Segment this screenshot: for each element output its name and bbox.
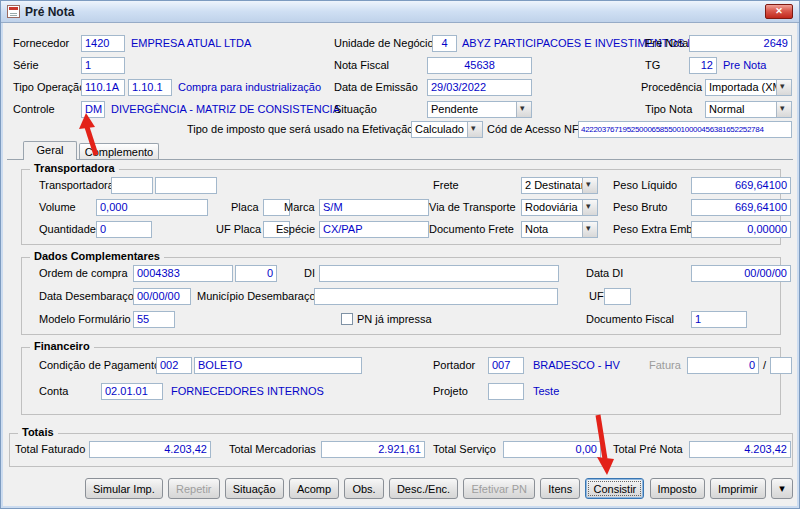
window-title: Pré Nota bbox=[25, 5, 74, 19]
marca-field[interactable]: S/M bbox=[319, 199, 429, 216]
cod-acesso-nfe-field[interactable]: 4222037671952500065855001000045638165225… bbox=[578, 121, 792, 138]
desc-enc-button[interactable]: Desc./Enc. bbox=[389, 478, 458, 499]
projeto-name-text: Teste bbox=[533, 385, 559, 397]
di-label: DI bbox=[304, 267, 315, 279]
documento-frete-combo[interactable]: Nota bbox=[521, 221, 598, 238]
projeto-label: Projeto bbox=[433, 385, 468, 397]
conta-label: Conta bbox=[39, 385, 68, 397]
via-transporte-combo[interactable]: Rodoviária bbox=[521, 199, 598, 216]
peso-bruto-field[interactable]: 669,64100 bbox=[691, 199, 791, 216]
ordem-compra-seq-field[interactable]: 0 bbox=[235, 265, 277, 282]
obs-button[interactable]: Obs. bbox=[344, 478, 383, 499]
situacao-label: Situação bbox=[334, 103, 377, 115]
modelo-formulario-field[interactable]: 55 bbox=[133, 311, 175, 328]
peso-bruto-label: Peso Bruto bbox=[613, 201, 667, 213]
total-pre-nota-field[interactable]: 4.203,42 bbox=[689, 441, 791, 458]
serie-label: Série bbox=[13, 59, 39, 71]
especie-field[interactable]: CX/PAP bbox=[319, 221, 429, 238]
tg-name-text: Pre Nota bbox=[723, 59, 766, 71]
window-icon bbox=[7, 5, 20, 18]
total-faturado-label: Total Faturado bbox=[15, 443, 85, 455]
data-desembaraco-field[interactable]: 00/00/00 bbox=[133, 288, 191, 305]
volume-field[interactable]: 0,000 bbox=[96, 199, 208, 216]
tipo-imposto-combo[interactable]: Calculado bbox=[411, 121, 483, 138]
fatura-field[interactable]: 0 bbox=[687, 357, 759, 374]
documento-frete-label: Documento Frete bbox=[429, 223, 514, 235]
especie-label: Espécie bbox=[276, 223, 315, 235]
data-desembaraco-label: Data Desembaraço bbox=[39, 290, 134, 302]
simular-imp-button[interactable]: Simular Imp. bbox=[85, 478, 163, 499]
quantidade-field[interactable]: 0 bbox=[96, 221, 152, 238]
portador-code-field[interactable]: 007 bbox=[488, 357, 524, 374]
di-field[interactable] bbox=[319, 265, 559, 282]
total-servico-label: Total Serviço bbox=[433, 443, 496, 455]
totais-group-title: Totais bbox=[18, 426, 58, 438]
situacao-button[interactable]: Situação bbox=[225, 478, 284, 499]
municipio-desembaraco-field[interactable] bbox=[314, 288, 558, 305]
dropdown-arrow-icon bbox=[582, 200, 597, 215]
total-servico-field[interactable]: 0,00 bbox=[503, 441, 601, 458]
fatura-parcela-field[interactable] bbox=[770, 357, 792, 374]
nota-fiscal-field[interactable]: 45638 bbox=[427, 57, 532, 74]
data-di-label: Data DI bbox=[586, 267, 623, 279]
itens-button[interactable]: Itens bbox=[540, 478, 580, 499]
peso-extra-label: Peso Extra Emb. bbox=[613, 223, 696, 235]
nota-fiscal-label: Nota Fiscal bbox=[334, 59, 389, 71]
peso-liquido-field[interactable]: 669,64100 bbox=[691, 177, 791, 194]
frete-combo[interactable]: 2 Destinatario (FC bbox=[521, 177, 598, 194]
total-faturado-field[interactable]: 4.203,42 bbox=[89, 441, 211, 458]
procedencia-label: Procedência bbox=[641, 81, 702, 93]
data-emissao-label: Data de Emissão bbox=[334, 81, 418, 93]
acomp-button[interactable]: Acomp bbox=[289, 478, 339, 499]
serie-field[interactable]: 1 bbox=[81, 57, 125, 74]
documento-fiscal-field[interactable]: 1 bbox=[691, 311, 747, 328]
fornecedor-code-field[interactable]: 1420 bbox=[81, 35, 125, 52]
procedencia-combo[interactable]: Importada (XML) bbox=[705, 79, 792, 96]
close-icon[interactable] bbox=[765, 4, 793, 19]
tipo-operacao-label: Tipo Operação bbox=[13, 81, 85, 93]
tab-geral[interactable]: Geral bbox=[23, 141, 77, 160]
consistir-button[interactable]: Consistir bbox=[585, 478, 644, 499]
financeiro-group: Financeiro bbox=[21, 347, 781, 415]
dropdown-arrow-icon bbox=[776, 102, 791, 117]
situacao-combo[interactable]: Pendente bbox=[427, 101, 532, 118]
projeto-code-field[interactable] bbox=[488, 383, 524, 400]
total-mercadorias-field[interactable]: 2.921,61 bbox=[321, 441, 425, 458]
tipo-nota-combo[interactable]: Normal bbox=[705, 101, 792, 118]
transportadora-name-field[interactable] bbox=[155, 177, 217, 194]
tg-code-field[interactable]: 12 bbox=[689, 57, 717, 74]
imposto-button[interactable]: Imposto bbox=[650, 478, 705, 499]
dropdown-arrow-icon bbox=[467, 122, 482, 137]
fornecedor-name-text: EMPRESA ATUAL LTDA bbox=[131, 37, 251, 49]
pre-nota-label: Pré Nota bbox=[645, 37, 688, 49]
condicao-pagamento-name-field[interactable]: BOLETO bbox=[194, 357, 362, 374]
ordem-compra-field[interactable]: 0004383 bbox=[133, 265, 233, 282]
tab-complemento[interactable]: Complemento bbox=[79, 143, 159, 159]
tipo-imposto-label: Tipo de imposto que será usado na Efetiv… bbox=[187, 123, 407, 135]
tipo-operacao-code1-field[interactable]: 110.1A bbox=[81, 79, 125, 96]
quantidade-label: Quantidade bbox=[39, 223, 96, 235]
transportadora-code-field[interactable] bbox=[111, 177, 153, 194]
frete-label: Frete bbox=[433, 179, 459, 191]
peso-extra-field[interactable]: 0,00000 bbox=[691, 221, 791, 238]
financeiro-group-title: Financeiro bbox=[30, 340, 94, 352]
tipo-operacao-code2-field[interactable]: 1.10.1 bbox=[128, 79, 172, 96]
controle-code-field[interactable]: DM bbox=[81, 101, 105, 118]
pre-nota-number-field[interactable]: 2649 bbox=[689, 35, 792, 52]
unidade-negocio-code-field[interactable]: 4 bbox=[432, 35, 457, 52]
more-options-button[interactable]: ▾ bbox=[771, 478, 793, 499]
unidade-negocio-label: Unidade de Negócio bbox=[334, 37, 434, 49]
titlebar[interactable]: Pré Nota bbox=[1, 1, 799, 23]
uf-placa-label: UF Placa bbox=[216, 223, 261, 235]
pn-ja-impressa-checkbox[interactable] bbox=[341, 313, 353, 325]
conta-code-field[interactable]: 02.01.01 bbox=[101, 383, 163, 400]
fatura-label: Fatura bbox=[649, 359, 681, 371]
marca-label: Marca bbox=[284, 201, 315, 213]
condicao-pagamento-code-field[interactable]: 002 bbox=[156, 357, 192, 374]
uf-field[interactable] bbox=[604, 288, 631, 305]
efetivar-pn-button: Efetivar PN bbox=[463, 478, 535, 499]
fornecedor-label: Fornecedor bbox=[13, 37, 69, 49]
data-di-field[interactable]: 00/00/00 bbox=[691, 265, 791, 282]
data-emissao-field[interactable]: 29/03/2022 bbox=[427, 79, 532, 96]
imprimir-button[interactable]: Imprimir bbox=[710, 478, 766, 499]
